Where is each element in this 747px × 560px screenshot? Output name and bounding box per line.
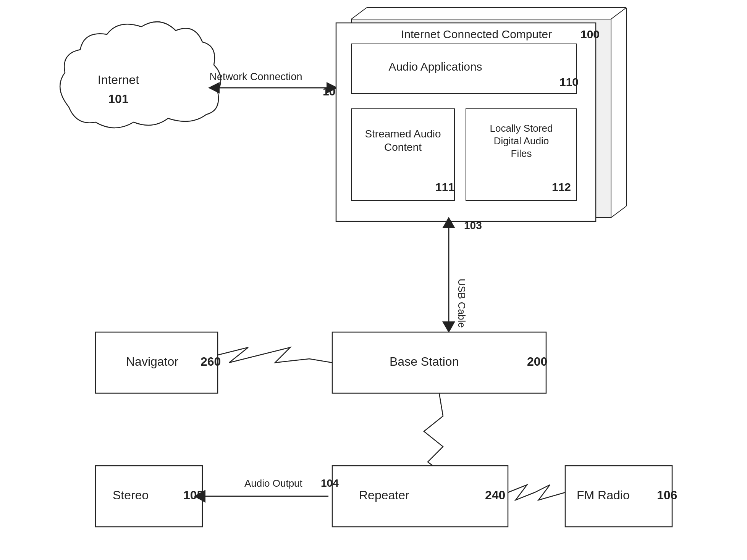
audio-output-number: 104 (321, 477, 339, 489)
local-audio-label-line2: Digital Audio (494, 135, 549, 147)
repeater-label: Repeater (359, 488, 409, 502)
computer-label: Internet Connected Computer (401, 28, 552, 40)
computer-number: 100 (580, 28, 600, 40)
local-audio-number: 112 (552, 181, 571, 193)
audio-output-label: Audio Output (244, 478, 303, 489)
base-station-label: Base Station (390, 355, 459, 368)
svg-line-4 (611, 206, 626, 218)
local-audio-label-line3: Files (511, 148, 532, 159)
internet-label: Internet (98, 73, 139, 87)
audio-applications-number: 110 (559, 76, 579, 88)
navigator-basestation-connection (218, 347, 332, 363)
repeater-number: 240 (485, 488, 505, 502)
internet-number: 101 (108, 92, 128, 106)
audio-applications-label: Audio Applications (388, 60, 482, 73)
svg-rect-14 (332, 466, 508, 527)
usb-arrow-down (442, 321, 455, 333)
svg-line-2 (351, 8, 367, 19)
streamed-audio-label-line1: Streamed Audio (365, 128, 441, 140)
network-connection-label: Network Connection (209, 71, 302, 82)
stereo-label: Stereo (113, 488, 149, 502)
streamed-audio-label-line2: Content (384, 141, 422, 153)
streamed-audio-number: 111 (435, 181, 454, 193)
base-station-number: 200 (527, 355, 547, 368)
internet-cloud (60, 22, 221, 128)
repeater-fmradio-connection (508, 485, 565, 500)
fm-radio-label: FM Radio (577, 488, 630, 502)
navigator-number: 260 (200, 355, 221, 368)
local-audio-label-line1: Locally Stored (490, 123, 553, 134)
navigator-label: Navigator (126, 355, 178, 368)
svg-line-3 (611, 8, 626, 19)
fm-radio-number: 106 (657, 488, 677, 502)
usb-cable-label: USB Cable (456, 279, 467, 328)
usb-cable-number: 103 (464, 219, 482, 231)
